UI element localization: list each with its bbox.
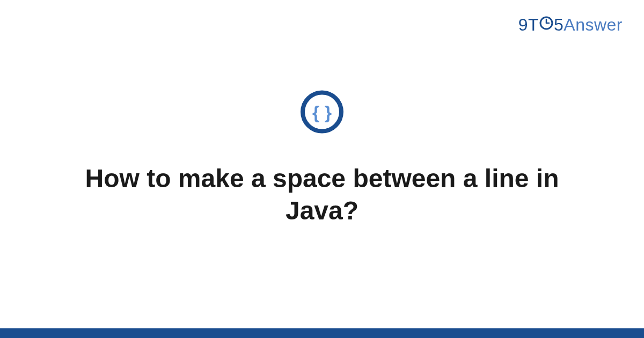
svg-text:{ }: { } bbox=[312, 102, 332, 122]
category-badge: { } bbox=[299, 90, 345, 137]
bottom-accent-bar bbox=[0, 328, 644, 338]
question-title: How to make a space between a line in Ja… bbox=[80, 163, 564, 227]
main-content: { } How to make a space between a line i… bbox=[0, 90, 644, 227]
logo-five: 5 bbox=[554, 15, 564, 34]
logo-answer: Answer bbox=[564, 15, 623, 34]
code-braces-icon: { } bbox=[299, 90, 345, 135]
logo-t: T bbox=[528, 15, 539, 34]
site-logo: 9T5Answer bbox=[518, 15, 623, 36]
clock-icon bbox=[539, 15, 554, 35]
logo-nine: 9 bbox=[518, 15, 528, 34]
